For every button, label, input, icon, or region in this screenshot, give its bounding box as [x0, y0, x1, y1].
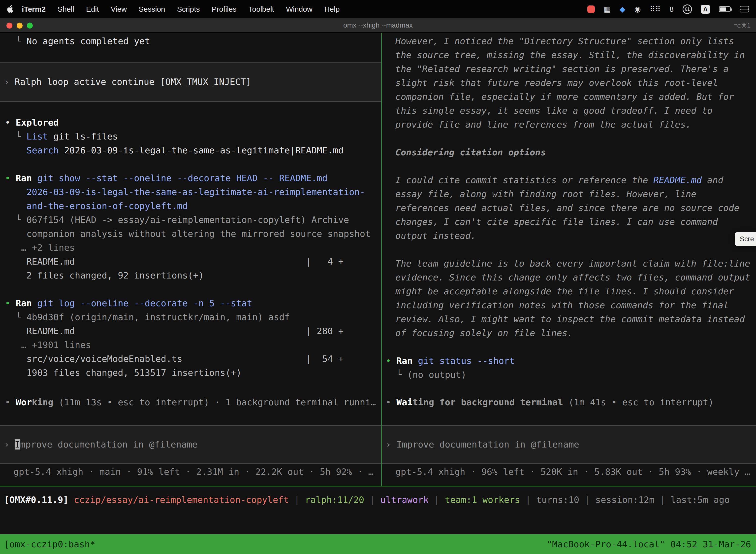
grid-icon[interactable]: ▦ [604, 5, 611, 13]
readme-link[interactable]: README.md [653, 175, 702, 185]
omx-branch-path: cczip/essay/ai-reimplementation-copyleft [74, 495, 289, 505]
traffic-lights [6, 22, 33, 29]
percent-badge-icon[interactable]: 61 [683, 4, 692, 14]
ran-verb: Ran [396, 356, 413, 366]
menu-item-app[interactable]: iTerm2 [16, 5, 52, 13]
menu-item-window[interactable]: Window [280, 5, 318, 13]
omx-ralph-counter: ralph:11/20 [305, 495, 364, 505]
screen-capture-tooltip[interactable]: Scre [735, 232, 756, 246]
command-output-line: └ 067f154 (HEAD -> essay/ai-reimplementa… [0, 213, 381, 227]
close-button[interactable] [6, 22, 12, 29]
tree-branch: └ [5, 36, 26, 46]
command-output-line: companion analysis without altering the … [0, 227, 381, 241]
thinking-line: including verification notes with those … [382, 298, 756, 312]
tmux-panes: └ No agents completed yet › Ralph loop a… [0, 33, 756, 486]
right-terminal-pane[interactable]: However, I noticed the "Directory Struct… [382, 33, 756, 486]
input-prompt: › [386, 439, 396, 449]
explored-search-line: Search 2026-03-09-is-legal-the-same-as-l… [0, 144, 381, 157]
tmux-session-name: [omx-cczip0:bash* [4, 539, 95, 549]
dots-grid-icon[interactable]: ⠿⠿ [649, 5, 660, 13]
menu-item-toolbelt[interactable]: Toolbelt [243, 5, 280, 13]
thinking-line: review. Also, I might want to inspect th… [382, 312, 756, 326]
explored-header: • Explored [0, 116, 381, 129]
minimize-button[interactable] [17, 22, 22, 29]
dark-app-icon[interactable]: ◉ [634, 5, 641, 13]
menu-item-profiles[interactable]: Profiles [206, 5, 242, 13]
ralph-loop-banner: › Ralph loop active continue [OMX_TMUX_I… [0, 62, 381, 102]
prompt-input-right[interactable]: › Improve documentation in @filename [382, 425, 756, 464]
thinking-line: changes, I can't cite specific file line… [382, 215, 756, 229]
spinner-word: king [32, 397, 53, 407]
thinking-line: provide file and line references from th… [382, 118, 756, 131]
command-wrap-line: and-the-erosion-of-copyleft.md [0, 199, 381, 213]
menu-item-view[interactable]: View [105, 5, 133, 13]
omx-turns: turns:10 [536, 495, 579, 505]
thinking-line: essay file, along with finding root file… [382, 187, 756, 201]
screen-record-icon[interactable] [587, 5, 595, 13]
control-center-icon[interactable] [740, 6, 749, 12]
bullet: • [5, 298, 16, 308]
tool-args: git ls-files [48, 131, 118, 142]
zoom-button[interactable] [27, 22, 33, 29]
model-status-line: gpt-5.4 xhigh · main · 91% left · 2.31M … [0, 465, 381, 479]
tool-verb-search: Search [26, 145, 59, 155]
agents-summary-line: └ No agents completed yet [0, 34, 381, 48]
thinking-line: the source tree, missing the essay. Stil… [382, 48, 756, 62]
tree-branch: └ [5, 131, 26, 142]
tool-args: 2026-03-09-is-legal-the-same-as-legitima… [59, 145, 344, 155]
command-text: git show --stat --oneline --decorate HEA… [32, 173, 327, 183]
ran-git-log-header: • Ran git log --oneline --decorate -n 5 … [0, 296, 381, 310]
menu-bar: iTerm2 Shell Edit View Session Scripts P… [0, 0, 756, 18]
thinking-line: this single essay, it seems like a good … [382, 104, 756, 118]
battery-icon[interactable] [719, 6, 731, 12]
ran-git-status-header: • Ran git status --short [382, 354, 756, 368]
bullet: • [386, 397, 396, 407]
menu-item-session[interactable]: Session [133, 5, 171, 13]
menu-item-edit[interactable]: Edit [80, 5, 105, 13]
apple-menu-icon[interactable] [7, 5, 13, 13]
command-output-line: └ 4b9d30f (origin/main, instructkr/main,… [0, 310, 381, 324]
desktop: iTerm2 Shell Edit View Session Scripts P… [0, 0, 756, 554]
command-text: git status --short [413, 356, 515, 366]
thinking-line: evidence. Since this change only affects… [382, 271, 756, 284]
ran-verb: Ran [16, 298, 32, 308]
menu-item-help[interactable]: Help [318, 5, 346, 13]
command-text: git log --oneline --decorate -n 5 --stat [32, 298, 252, 308]
input-text[interactable]: mprove documentation in @filename [20, 439, 197, 449]
output-truncation-line: … +1901 lines [0, 338, 381, 352]
menu-item-shell[interactable]: Shell [52, 5, 80, 13]
menu-bar-status-area: ▦ ◆ ◉ ⠿⠿ 8 61 A [587, 4, 749, 14]
ran-verb: Ran [16, 173, 32, 183]
blue-app-icon[interactable]: ◆ [620, 5, 625, 13]
menu-item-scripts[interactable]: Scripts [171, 5, 206, 13]
explored-title: Explored [16, 117, 59, 127]
explored-list-line: └ List git ls-files [0, 129, 381, 144]
bullet: • [5, 173, 16, 183]
thinking-line: The team guideline is to back every impo… [382, 257, 756, 271]
thinking-line: the "Related research writing" section i… [382, 62, 756, 76]
spinner-word-bright: Wai [396, 397, 413, 407]
input-prompt: › [4, 439, 15, 449]
window-title-bar[interactable]: omx --xhigh --madmax ⌥⌘1 [0, 18, 756, 33]
window-shortcut-hint: ⌥⌘1 [734, 22, 751, 29]
prompt-input-left[interactable]: › Improve documentation in @filename [0, 425, 381, 464]
thinking-line: I could cite commit statistics or refere… [382, 173, 756, 187]
thinking-line: might be acceptable alongside the file l… [382, 284, 756, 298]
status-separator-line [0, 486, 756, 487]
thinking-line: slight risk that future readers may over… [382, 76, 756, 90]
diffstat-line: README.md | 280 + [0, 324, 381, 338]
input-source-badge[interactable]: A [701, 5, 710, 14]
left-terminal-pane[interactable]: └ No agents completed yet › Ralph loop a… [0, 33, 381, 486]
waiting-status-line: • Waiting for background terminal (1m 41… [382, 395, 756, 409]
keystroke-count-icon[interactable]: 8 [670, 5, 674, 13]
thinking-line: references need actual files, and since … [382, 201, 756, 215]
input-text[interactable]: Improve documentation in @filename [396, 439, 579, 449]
command-wrap-line: 2026-03-09-is-legal-the-same-as-legitima… [0, 185, 381, 199]
agents-summary-text: No agents completed yet [26, 36, 150, 46]
thinking-heading: Considering citation options [382, 146, 756, 159]
tool-verb-list: List [26, 131, 48, 142]
omx-session-time: session:12m [595, 495, 654, 505]
tmux-host-clock: "MacBook-Pro-44.local" 04:52 31-Mar-26 [547, 539, 751, 549]
text-cursor: I [15, 439, 20, 449]
bullet: • [5, 397, 16, 407]
